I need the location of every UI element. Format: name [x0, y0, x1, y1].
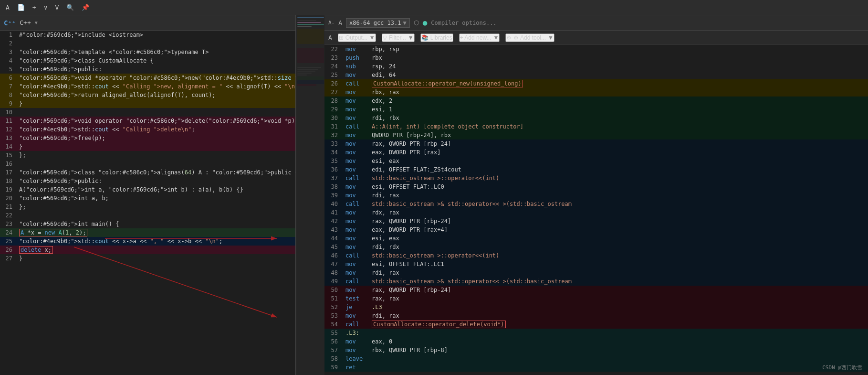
toolbar-btn-plus[interactable]: +: [31, 3, 38, 12]
compiler-dropdown-arrow[interactable]: ▼: [403, 20, 406, 26]
toolbar-btn-a[interactable]: A: [4, 3, 11, 12]
toolbar-btn-bookmark[interactable]: V: [53, 3, 61, 12]
main-area: C⁺⁺ C++ ▼: [0, 15, 868, 375]
code-line: 21};: [0, 203, 295, 211]
code-line: 16: [0, 160, 295, 168]
asm-line: 50movrax, QWORD PTR [rbp-24]: [324, 286, 868, 294]
asm-line-number: 34: [324, 148, 342, 157]
asm-code-text: movesi, 1: [342, 105, 868, 114]
asm-code-text: movQWORD PTR [rbp-24], rbx: [342, 131, 868, 139]
line-number: 13: [0, 134, 17, 142]
output-button[interactable]: ⊞ Output... ▼: [338, 33, 376, 42]
asm-line-number: 24: [324, 62, 342, 71]
filter-icon: ▽: [383, 34, 387, 41]
font-a-minus[interactable]: A-: [328, 20, 335, 26]
add-tool-button[interactable]: ⚙ ⚙ Add tool... ▼: [505, 33, 554, 42]
output-dropdown[interactable]: ▼: [369, 34, 375, 41]
asm-line-number: 23: [324, 54, 342, 62]
libraries-button[interactable]: 📚 Libraries: [420, 33, 453, 42]
external-link-icon[interactable]: ⬡: [414, 19, 419, 26]
code-text: "color:#569cd6;">void *operator "color:#…: [17, 74, 295, 82]
asm-line-number: 27: [324, 88, 342, 96]
asm-line-number: 29: [324, 105, 342, 114]
svg-rect-6: [297, 24, 324, 25]
code-text: "color:#569cd6;">class CustomAllocate {: [17, 56, 154, 65]
asm-line-number: 39: [324, 191, 342, 200]
code-text: "color:#569cd6;">int a, b;: [17, 194, 109, 203]
code-text: "color:#569cd6;">template <"color:#c586c…: [17, 48, 209, 56]
asm-line: 46callstd::basic_ostream >::operator<<(i…: [324, 251, 868, 260]
filter-button[interactable]: ▽ Filter... ▼: [382, 33, 415, 42]
code-text: "color:#4ec9b0;">std::cout << "Calling "…: [17, 82, 295, 91]
asm-line: 39movrdi, rax: [324, 191, 868, 200]
line-number: 16: [0, 160, 17, 168]
left-panel-header: C⁺⁺ C++ ▼: [0, 15, 295, 31]
asm-line-number: 45: [324, 243, 342, 251]
asm-code-text: callstd::basic_ostream >::operator<<(int…: [342, 251, 868, 260]
asm-line: 38movesi, OFFSET FLAT:.LC0: [324, 182, 868, 191]
line-number: 24: [0, 228, 17, 237]
code-text: };: [17, 151, 26, 160]
font-a[interactable]: A: [338, 19, 342, 26]
filter-dropdown[interactable]: ▼: [408, 34, 414, 41]
code-text: }: [17, 142, 22, 151]
asm-line-number: 40: [324, 200, 342, 208]
asm-line-number: 58: [324, 354, 342, 363]
line-number: 21: [0, 203, 17, 211]
asm-line-number: 26: [324, 79, 342, 88]
asm-line-number: 56: [324, 337, 342, 346]
asm-line: 43moveax, DWORD PTR [rax+4]: [324, 225, 868, 234]
add-new-button[interactable]: + Add new... ▼: [459, 33, 500, 42]
asm-line-number: 38: [324, 182, 342, 191]
code-line: 24A *x = new A(1, 2);: [0, 228, 295, 237]
asm-line: 51testrax, rax: [324, 294, 868, 303]
code-line: 5 "color:#569cd6;">public:: [0, 65, 295, 74]
code-text: "color:#4ec9b0;">std::cout << x->a << ",…: [17, 237, 222, 246]
line-number: 14: [0, 142, 17, 151]
asm-code-text: moveax, DWORD PTR [rax]: [342, 148, 868, 157]
asm-line: 32movQWORD PTR [rbp-24], rbx: [324, 131, 868, 139]
book-icon: 📚: [421, 34, 429, 41]
asm-line: 22movrbp, rsp: [324, 45, 868, 54]
asm-code-text: movesi, OFFSET FLAT:.LC1: [342, 260, 868, 268]
compiler-options-input[interactable]: Compiler options...: [431, 20, 864, 26]
asm-line: 28movedx, 2: [324, 96, 868, 105]
left-panel: C⁺⁺ C++ ▼: [0, 15, 296, 375]
toolbar-btn-search[interactable]: 🔍: [64, 3, 76, 12]
line-number: 5: [0, 65, 17, 74]
asm-line: 30movrdi, rbx: [324, 114, 868, 122]
asm-code-text: callCustomAllocate::operator_new(unsigne…: [342, 79, 868, 88]
toolbar-btn-v[interactable]: ∨: [42, 3, 50, 12]
code-line: 10: [0, 108, 295, 117]
asm-area-wrap: 22movrbp, rsp23pushrbx24subrsp, 2425move…: [324, 45, 868, 375]
toolbar-btn-pin[interactable]: 📌: [80, 3, 91, 12]
line-number: 12: [0, 125, 17, 134]
asm-code-text: movrdi, rbx: [342, 114, 868, 122]
code-line: 12 "color:#4ec9b0;">std::cout << "Callin…: [0, 125, 295, 134]
add-tool-dropdown[interactable]: ▼: [548, 34, 554, 41]
asm-code-text: callA::A(int, int) [complete object cons…: [342, 122, 868, 131]
asm-line: 58leave: [324, 354, 868, 363]
asm-line: 27movrbx, rax: [324, 88, 868, 96]
toolbar-btn-file[interactable]: 📄: [15, 3, 27, 12]
asm-code-text: .L3:: [342, 329, 868, 337]
asm-code-text: callstd::basic_ostream >& std::operator<…: [342, 200, 868, 208]
code-line: 7 "color:#4ec9b0;">std::cout << "Calling…: [0, 82, 295, 91]
asm-line: 37callstd::basic_ostream >::operator<<(i…: [324, 174, 868, 182]
right-panel-header: A- A x86-64 gcc 13.1 ▼ ⬡ ● Compiler opti…: [324, 15, 868, 31]
svg-rect-7: [297, 26, 312, 27]
asm-line: 25movedi, 64: [324, 71, 868, 79]
lang-dropdown-arrow[interactable]: ▼: [35, 20, 38, 25]
lang-label: C++: [20, 19, 31, 26]
asm-line-number: 36: [324, 165, 342, 174]
line-number: 2: [0, 39, 17, 48]
asm-line: 33movrax, QWORD PTR [rbp-24]: [324, 139, 868, 148]
line-number: 10: [0, 108, 17, 117]
code-line: 20 "color:#569cd6;">int a, b;: [0, 194, 295, 203]
compiler-selector[interactable]: x86-64 gcc 13.1 ▼: [346, 18, 410, 28]
code-line: 27}: [0, 254, 295, 263]
asm-line: 41movrdx, rax: [324, 208, 868, 217]
asm-line-number: 54: [324, 320, 342, 329]
add-new-dropdown[interactable]: ▼: [493, 34, 499, 41]
svg-rect-15: [297, 76, 324, 80]
